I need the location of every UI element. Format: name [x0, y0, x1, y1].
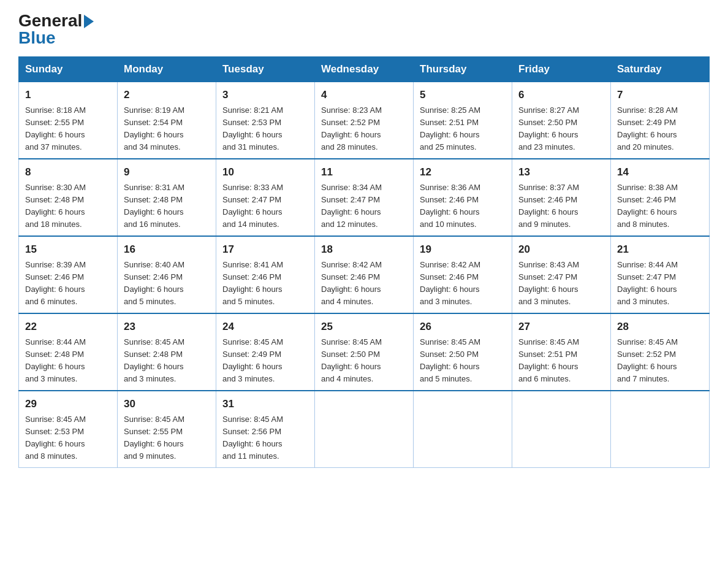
day-number: 16 [124, 242, 210, 258]
day-number: 4 [321, 87, 407, 103]
day-number: 7 [617, 87, 703, 103]
calendar-cell [414, 391, 512, 468]
calendar-week-2: 8Sunrise: 8:30 AMSunset: 2:48 PMDaylight… [19, 159, 710, 236]
logo-general-text: General [18, 12, 82, 29]
calendar-cell: 18Sunrise: 8:42 AMSunset: 2:46 PMDayligh… [315, 236, 414, 313]
calendar-cell [315, 391, 414, 468]
calendar-cell: 29Sunrise: 8:45 AMSunset: 2:53 PMDayligh… [19, 391, 118, 468]
day-info: Sunrise: 8:40 AMSunset: 2:46 PMDaylight:… [124, 259, 210, 308]
weekday-header-sunday: Sunday [19, 57, 118, 82]
calendar-cell: 25Sunrise: 8:45 AMSunset: 2:50 PMDayligh… [315, 313, 414, 391]
calendar-cell: 27Sunrise: 8:45 AMSunset: 2:51 PMDayligh… [512, 313, 611, 391]
day-number: 8 [25, 164, 111, 180]
day-info: Sunrise: 8:28 AMSunset: 2:49 PMDaylight:… [617, 104, 703, 154]
day-info: Sunrise: 8:45 AMSunset: 2:49 PMDaylight:… [222, 336, 308, 386]
day-number: 19 [420, 242, 506, 258]
calendar-cell: 2Sunrise: 8:19 AMSunset: 2:54 PMDaylight… [118, 82, 216, 159]
calendar-table: SundayMondayTuesdayWednesdayThursdayFrid… [18, 56, 710, 468]
page-header: General Blue [18, 12, 710, 47]
calendar-cell: 19Sunrise: 8:42 AMSunset: 2:46 PMDayligh… [414, 236, 512, 313]
day-number: 25 [321, 319, 407, 335]
day-number: 29 [25, 396, 111, 412]
day-info: Sunrise: 8:34 AMSunset: 2:47 PMDaylight:… [321, 182, 407, 231]
day-number: 13 [518, 164, 604, 180]
day-info: Sunrise: 8:31 AMSunset: 2:48 PMDaylight:… [124, 182, 210, 231]
logo-blue-text: Blue [18, 29, 56, 47]
day-number: 3 [222, 87, 308, 103]
day-info: Sunrise: 8:45 AMSunset: 2:50 PMDaylight:… [420, 336, 506, 386]
day-number: 15 [25, 242, 111, 258]
day-info: Sunrise: 8:41 AMSunset: 2:46 PMDaylight:… [222, 259, 308, 308]
day-info: Sunrise: 8:21 AMSunset: 2:53 PMDaylight:… [222, 104, 308, 154]
weekday-header-row: SundayMondayTuesdayWednesdayThursdayFrid… [19, 57, 710, 82]
calendar-cell: 4Sunrise: 8:23 AMSunset: 2:52 PMDaylight… [315, 82, 414, 159]
day-info: Sunrise: 8:45 AMSunset: 2:51 PMDaylight:… [518, 336, 604, 386]
day-info: Sunrise: 8:42 AMSunset: 2:46 PMDaylight:… [420, 259, 506, 308]
day-number: 18 [321, 242, 407, 258]
day-number: 20 [518, 242, 604, 258]
day-info: Sunrise: 8:43 AMSunset: 2:47 PMDaylight:… [518, 259, 604, 308]
day-info: Sunrise: 8:45 AMSunset: 2:53 PMDaylight:… [25, 413, 111, 463]
calendar-cell: 7Sunrise: 8:28 AMSunset: 2:49 PMDaylight… [611, 82, 710, 159]
weekday-header-tuesday: Tuesday [216, 57, 315, 82]
day-info: Sunrise: 8:45 AMSunset: 2:48 PMDaylight:… [124, 336, 210, 386]
calendar-cell: 9Sunrise: 8:31 AMSunset: 2:48 PMDaylight… [118, 159, 216, 236]
calendar-week-4: 22Sunrise: 8:44 AMSunset: 2:48 PMDayligh… [19, 313, 710, 391]
weekday-header-monday: Monday [118, 57, 216, 82]
calendar-cell: 6Sunrise: 8:27 AMSunset: 2:50 PMDaylight… [512, 82, 611, 159]
calendar-cell: 10Sunrise: 8:33 AMSunset: 2:47 PMDayligh… [216, 159, 315, 236]
day-number: 28 [617, 319, 703, 335]
day-number: 5 [420, 87, 506, 103]
day-info: Sunrise: 8:36 AMSunset: 2:46 PMDaylight:… [420, 182, 506, 231]
calendar-cell: 12Sunrise: 8:36 AMSunset: 2:46 PMDayligh… [414, 159, 512, 236]
calendar-cell: 28Sunrise: 8:45 AMSunset: 2:52 PMDayligh… [611, 313, 710, 391]
day-number: 10 [222, 164, 308, 180]
day-number: 22 [25, 319, 111, 335]
day-number: 17 [222, 242, 308, 258]
day-info: Sunrise: 8:42 AMSunset: 2:46 PMDaylight:… [321, 259, 407, 308]
day-info: Sunrise: 8:45 AMSunset: 2:55 PMDaylight:… [124, 413, 210, 463]
calendar-cell: 14Sunrise: 8:38 AMSunset: 2:46 PMDayligh… [611, 159, 710, 236]
calendar-cell: 22Sunrise: 8:44 AMSunset: 2:48 PMDayligh… [19, 313, 118, 391]
calendar-week-1: 1Sunrise: 8:18 AMSunset: 2:55 PMDaylight… [19, 82, 710, 159]
day-info: Sunrise: 8:19 AMSunset: 2:54 PMDaylight:… [124, 104, 210, 154]
day-info: Sunrise: 8:44 AMSunset: 2:47 PMDaylight:… [617, 259, 703, 308]
calendar-cell [611, 391, 710, 468]
weekday-header-wednesday: Wednesday [315, 57, 414, 82]
calendar-cell: 20Sunrise: 8:43 AMSunset: 2:47 PMDayligh… [512, 236, 611, 313]
day-number: 14 [617, 164, 703, 180]
day-number: 30 [124, 396, 210, 412]
calendar-week-3: 15Sunrise: 8:39 AMSunset: 2:46 PMDayligh… [19, 236, 710, 313]
day-number: 9 [124, 164, 210, 180]
weekday-header-saturday: Saturday [611, 57, 710, 82]
day-number: 11 [321, 164, 407, 180]
calendar-cell: 16Sunrise: 8:40 AMSunset: 2:46 PMDayligh… [118, 236, 216, 313]
day-info: Sunrise: 8:45 AMSunset: 2:50 PMDaylight:… [321, 336, 407, 386]
calendar-cell: 3Sunrise: 8:21 AMSunset: 2:53 PMDaylight… [216, 82, 315, 159]
calendar-cell: 5Sunrise: 8:25 AMSunset: 2:51 PMDaylight… [414, 82, 512, 159]
calendar-cell [512, 391, 611, 468]
day-info: Sunrise: 8:30 AMSunset: 2:48 PMDaylight:… [25, 182, 111, 231]
calendar-cell: 13Sunrise: 8:37 AMSunset: 2:46 PMDayligh… [512, 159, 611, 236]
day-info: Sunrise: 8:25 AMSunset: 2:51 PMDaylight:… [420, 104, 506, 154]
logo: General Blue [18, 12, 94, 47]
day-number: 24 [222, 319, 308, 335]
day-info: Sunrise: 8:38 AMSunset: 2:46 PMDaylight:… [617, 182, 703, 231]
day-number: 1 [25, 87, 111, 103]
day-number: 12 [420, 164, 506, 180]
day-number: 31 [222, 396, 308, 412]
calendar-cell: 30Sunrise: 8:45 AMSunset: 2:55 PMDayligh… [118, 391, 216, 468]
day-number: 27 [518, 319, 604, 335]
calendar-week-5: 29Sunrise: 8:45 AMSunset: 2:53 PMDayligh… [19, 391, 710, 468]
day-info: Sunrise: 8:33 AMSunset: 2:47 PMDaylight:… [222, 182, 308, 231]
day-number: 21 [617, 242, 703, 258]
calendar-cell: 11Sunrise: 8:34 AMSunset: 2:47 PMDayligh… [315, 159, 414, 236]
day-number: 23 [124, 319, 210, 335]
weekday-header-friday: Friday [512, 57, 611, 82]
day-info: Sunrise: 8:39 AMSunset: 2:46 PMDaylight:… [25, 259, 111, 308]
calendar-cell: 17Sunrise: 8:41 AMSunset: 2:46 PMDayligh… [216, 236, 315, 313]
calendar-cell: 8Sunrise: 8:30 AMSunset: 2:48 PMDaylight… [19, 159, 118, 236]
calendar-cell: 24Sunrise: 8:45 AMSunset: 2:49 PMDayligh… [216, 313, 315, 391]
day-info: Sunrise: 8:23 AMSunset: 2:52 PMDaylight:… [321, 104, 407, 154]
calendar-cell: 31Sunrise: 8:45 AMSunset: 2:56 PMDayligh… [216, 391, 315, 468]
